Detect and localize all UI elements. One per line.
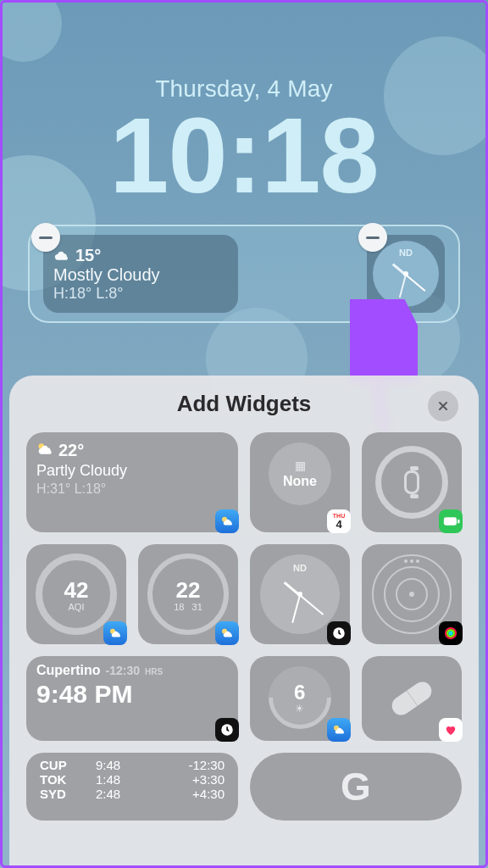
health-app-icon [439,718,463,742]
widget-temperature-gauge[interactable]: 22 18 31 [138,544,238,644]
widget-battery-watch[interactable] [362,432,462,532]
clock-city-label: ND [260,563,340,573]
minus-icon [39,236,53,239]
bokeh-circle [0,0,62,62]
aqi-label: AQI [69,602,85,612]
widget-world-clock-list[interactable]: CUP 9:48 -12:30 TOK 1:48 +3:30 SYD 2:48 … [26,753,238,821]
weather-temp: 22° [58,441,84,460]
fitness-app-icon [439,621,463,645]
calendar-none-label: None [283,474,317,489]
weather-app-icon [327,718,351,742]
sheet-header: Add Widgets [26,391,462,417]
pill-icon [388,678,435,719]
add-widgets-sheet: Add Widgets 22° Partly Cloudy H:31° L:18… [9,376,479,865]
tz-row: SYD 2:48 +4:30 [36,787,228,801]
temp-gauge-low: 18 [174,602,184,612]
calendar-badge-day: 4 [336,519,341,530]
city-name: Cupertino [36,663,101,678]
tz-row: CUP 9:48 -12:30 [36,758,228,772]
widget-city-clock[interactable]: Cupertino -12:30 HRS 9:48 PM [26,656,238,741]
widget-fitness-rings[interactable] [362,544,462,644]
sheet-title: Add Widgets [177,391,312,417]
cloud-icon [53,246,70,265]
battery-ring-icon [375,446,448,519]
close-button[interactable] [428,391,458,421]
city-hrs-label: HRS [145,667,163,676]
tray-weather-temp: 15° [75,246,101,265]
tray-weather-condition: Mostly Cloudy [53,265,228,285]
widget-uv-index[interactable]: 6 ☀ [250,656,350,741]
analog-clock-icon: ND [373,241,439,307]
tz-row: TOK 1:48 +3:30 [36,772,228,787]
close-icon [436,399,450,413]
weather-condition: Partly Cloudy [36,462,228,480]
calendar-app-icon: THU 4 [327,509,351,533]
widget-google-search[interactable]: G [250,753,462,821]
weather-app-icon [103,621,127,645]
analog-clock-icon: ND [260,554,340,634]
radar-icon [372,554,452,634]
tray-widget-clock[interactable]: ND [367,235,445,313]
svg-rect-2 [444,517,457,525]
battery-app-icon [439,509,463,533]
google-g-icon: G [341,764,371,810]
svg-point-9 [450,632,452,635]
tray-widget-weather[interactable]: 15° Mostly Cloudy H:18° L:8° [43,235,238,313]
calendar-icon: ▦ [295,459,306,472]
clock-app-icon [215,718,239,742]
widget-calendar-none[interactable]: ▦ None THU 4 [250,432,350,532]
widget-grid: 22° Partly Cloudy H:31° L:18° ▦ None THU… [26,432,462,821]
lockscreen-widget-tray[interactable]: 15° Mostly Cloudy H:18° L:8° ND [28,225,460,323]
sun-icon: ☀ [294,703,305,715]
temp-gauge-value: 22 [176,577,201,604]
sun-cloud-icon [36,441,53,460]
watch-icon [404,470,419,494]
widget-analog-clock[interactable]: ND [250,544,350,644]
widget-aqi[interactable]: 42 AQI [26,544,126,644]
temp-gauge-high: 31 [192,602,202,612]
widget-weather-large[interactable]: 22° Partly Cloudy H:31° L:18° [26,432,238,532]
clock-app-icon [327,621,351,645]
svg-rect-3 [458,520,459,524]
weather-hilo: H:31° L:18° [36,481,228,497]
lockscreen-time[interactable]: 10:18 [3,94,485,217]
tray-weather-hilo: H:18° L:8° [53,285,228,303]
aqi-value: 42 [64,577,89,604]
clock-city-label: ND [373,248,439,258]
uv-value: 6 [294,681,305,704]
widget-medications[interactable] [362,656,462,741]
remove-widget-button[interactable] [31,223,60,252]
city-time: 9:48 PM [36,680,228,709]
weather-app-icon [215,621,239,645]
city-offset: -12:30 [106,664,140,677]
minus-icon [366,236,380,239]
weather-app-icon [215,509,239,533]
